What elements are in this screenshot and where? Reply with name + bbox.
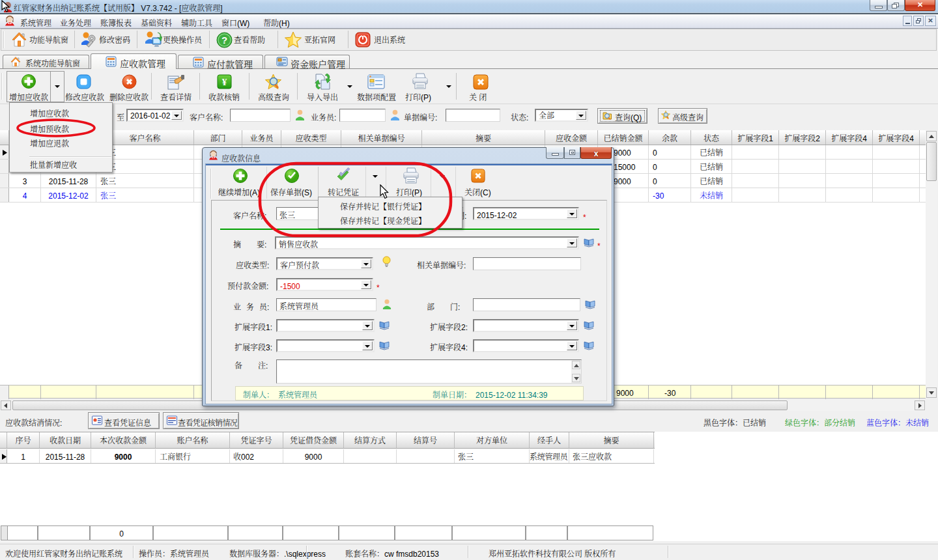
svg-text:?: ? (221, 35, 227, 46)
svg-text:¥: ¥ (222, 77, 227, 87)
